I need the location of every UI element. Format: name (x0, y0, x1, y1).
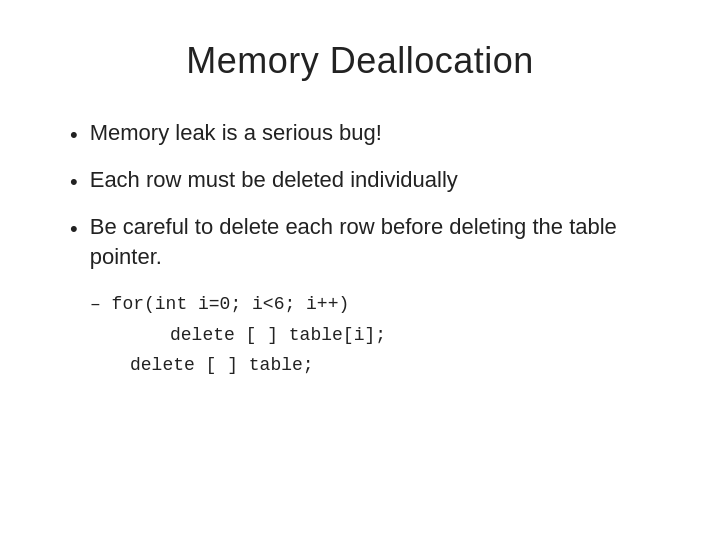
bullet-text-2: Each row must be deleted individually (90, 165, 458, 196)
bullet-item-2: • Each row must be deleted individually (70, 165, 670, 198)
code-line-1: – for(int i=0; i<6; i++) (90, 289, 670, 320)
bullet-icon-3: • (70, 214, 78, 245)
bullet-list: • Memory leak is a serious bug! • Each r… (50, 118, 670, 273)
code-block: – for(int i=0; i<6; i++) delete [ ] tabl… (90, 289, 670, 381)
bullet-icon-1: • (70, 120, 78, 151)
bullet-icon-2: • (70, 167, 78, 198)
bullet-text-3: Be careful to delete each row before del… (90, 212, 670, 274)
bullet-item-1: • Memory leak is a serious bug! (70, 118, 670, 151)
bullet-text-1: Memory leak is a serious bug! (90, 118, 382, 149)
slide-title: Memory Deallocation (50, 40, 670, 82)
slide: Memory Deallocation • Memory leak is a s… (50, 30, 670, 510)
code-line-3: delete [ ] table; (130, 350, 670, 381)
code-line-2: delete [ ] table[i]; (170, 320, 670, 351)
bullet-item-3: • Be careful to delete each row before d… (70, 212, 670, 274)
